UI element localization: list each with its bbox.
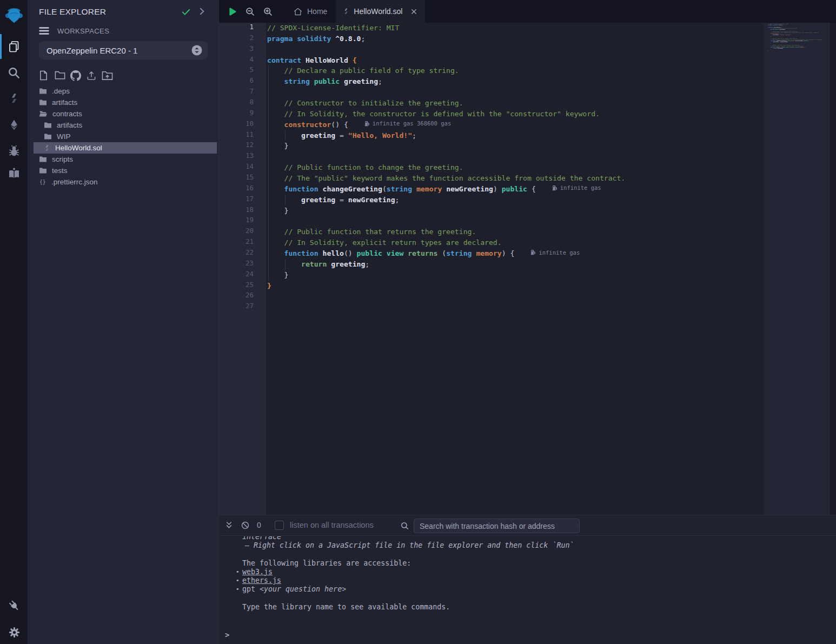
sidebar-item-solidity-compiler[interactable] bbox=[0, 91, 28, 106]
clear-console-icon[interactable] bbox=[241, 521, 250, 530]
line-number: 19 bbox=[219, 216, 266, 227]
line-number: 17 bbox=[219, 195, 266, 205]
line-number: 6 bbox=[219, 76, 266, 87]
tree-item-.prettierrc.json[interactable]: {}.prettierrc.json bbox=[28, 176, 218, 188]
tree-item-contracts[interactable]: contracts bbox=[28, 108, 218, 119]
minimap[interactable]: // SPDX-License-Identifier: MITpragma so… bbox=[764, 23, 829, 515]
code-line: // Public function that returns the gree… bbox=[266, 227, 761, 237]
tree-item-HelloWorld.sol[interactable]: HelloWorld.sol bbox=[28, 142, 218, 154]
tree-item-artifacts[interactable]: artifacts bbox=[28, 119, 218, 131]
line-number: 23 bbox=[219, 259, 266, 270]
workspaces-menu-icon[interactable] bbox=[39, 26, 49, 35]
folder-icon bbox=[39, 99, 47, 106]
workspace-select[interactable]: OpenZeppelin ERC20 - 1 bbox=[39, 41, 208, 59]
code-line: // Declare a public field of type string… bbox=[266, 65, 761, 76]
solidity-file-icon bbox=[44, 144, 50, 152]
file-tree: .depsartifactscontractsartifactsWIPHello… bbox=[28, 85, 218, 188]
terminal-line: •gpt <your question here> bbox=[242, 585, 836, 594]
scrollbar-track[interactable] bbox=[829, 23, 836, 515]
line-number: 10 bbox=[219, 119, 266, 130]
tree-item-WIP[interactable]: WIP bbox=[28, 131, 218, 142]
tree-item-scripts[interactable]: scripts bbox=[28, 154, 218, 165]
gas-estimate-badge: infinite gas bbox=[552, 184, 601, 191]
new-folder-icon[interactable] bbox=[55, 70, 65, 81]
folder-open-icon bbox=[39, 110, 48, 117]
sidebar-item-deploy-and-run[interactable] bbox=[0, 117, 28, 132]
folder-icon bbox=[39, 156, 47, 163]
line-number: 7 bbox=[219, 87, 266, 98]
sidebar-item-learn[interactable] bbox=[0, 166, 28, 181]
publish-to-gist-icon[interactable] bbox=[70, 70, 81, 81]
line-number: 8 bbox=[219, 98, 266, 109]
code-area[interactable]: // SPDX-License-Identifier: MITpragma so… bbox=[266, 23, 761, 515]
tree-item-artifacts[interactable]: artifacts bbox=[28, 97, 218, 108]
plugin-manager-icon[interactable] bbox=[0, 598, 28, 613]
terminal-line: •web3.js bbox=[242, 568, 836, 576]
tree-item-label: .prettierrc.json bbox=[51, 178, 98, 186]
code-line: // SPDX-License-Identifier: MIT bbox=[266, 23, 761, 34]
zoom-in-button[interactable] bbox=[259, 0, 277, 23]
terminal-line: The following libraries are accessible: bbox=[242, 559, 836, 568]
line-number: 14 bbox=[219, 162, 266, 173]
gas-estimate-badge: infinite gas 368600 gas bbox=[364, 120, 451, 127]
sidebar-item-search[interactable] bbox=[0, 65, 28, 81]
zoom-out-button[interactable] bbox=[241, 0, 259, 23]
tab-HelloWorld.sol[interactable]: HelloWorld.sol bbox=[336, 0, 425, 23]
code-line: // In Solidity, explicit return types ar… bbox=[266, 237, 761, 248]
fuel-icon bbox=[364, 121, 370, 127]
chevron-right-icon[interactable] bbox=[197, 6, 207, 16]
tree-item-label: artifacts bbox=[52, 98, 77, 107]
line-number: 26 bbox=[219, 291, 266, 302]
line-number: 9 bbox=[219, 109, 266, 119]
folder-icon bbox=[44, 122, 52, 129]
tree-item-label: tests bbox=[52, 167, 68, 175]
tab-Home[interactable]: Home bbox=[284, 0, 336, 23]
terminal-line bbox=[242, 594, 836, 602]
expand-terminal-icon[interactable] bbox=[224, 521, 234, 530]
code-line: } bbox=[266, 205, 761, 216]
terminal-search-input[interactable] bbox=[414, 519, 580, 533]
workspace-updown-icon[interactable] bbox=[191, 45, 202, 56]
terminal-link[interactable]: ethers.js bbox=[242, 576, 281, 585]
line-number: 16 bbox=[219, 184, 266, 195]
terminal-toolbar: 0 listen on all transactions bbox=[219, 515, 836, 536]
line-number: 18 bbox=[219, 205, 266, 216]
solidity-file-icon bbox=[343, 8, 349, 15]
editor-area: HomeHelloWorld.sol 123456789101112131415… bbox=[219, 0, 836, 515]
code-line bbox=[266, 302, 761, 313]
code-line: greeting = newGreeting; bbox=[266, 195, 761, 205]
tree-item-.deps[interactable]: .deps bbox=[28, 85, 218, 97]
code-line: } bbox=[266, 141, 761, 151]
terminal-line: •ethers.js bbox=[242, 576, 836, 585]
tree-item-label: contracts bbox=[52, 110, 82, 118]
terminal-link[interactable]: web3.js bbox=[242, 568, 273, 576]
sidebar-item-file-explorer[interactable] bbox=[0, 39, 28, 54]
tab-label: Home bbox=[307, 7, 327, 16]
upload-folder-icon[interactable] bbox=[102, 70, 112, 81]
code-line: } bbox=[266, 281, 761, 291]
line-number: 24 bbox=[219, 270, 266, 281]
json-icon: {} bbox=[39, 178, 47, 185]
line-number: 20 bbox=[219, 227, 266, 237]
sidebar-item-debugger[interactable] bbox=[0, 143, 28, 158]
file-explorer-panel: FILE EXPLORER WORKSPACES OpenZeppelin ER… bbox=[28, 0, 219, 644]
upload-file-icon[interactable] bbox=[86, 70, 96, 81]
new-file-icon[interactable] bbox=[39, 70, 49, 81]
editor-tab-bar: HomeHelloWorld.sol bbox=[219, 0, 836, 23]
editor-gutter: 1234567891011121314151617181920212223242… bbox=[219, 23, 266, 515]
close-tab-icon[interactable] bbox=[410, 8, 418, 16]
panel-title: FILE EXPLORER bbox=[39, 7, 106, 17]
accept-check-icon[interactable] bbox=[181, 6, 191, 17]
terminal-line: Type the library name to see available c… bbox=[242, 603, 836, 612]
settings-icon[interactable] bbox=[0, 625, 28, 640]
listen-transactions-checkbox[interactable] bbox=[275, 521, 284, 530]
tree-item-label: scripts bbox=[52, 155, 73, 163]
tree-item-tests[interactable]: tests bbox=[28, 165, 218, 176]
terminal-search-icon bbox=[400, 521, 409, 530]
remix-logo-icon[interactable] bbox=[0, 4, 28, 29]
terminal-panel: 0 listen on all transactions interface– … bbox=[219, 515, 836, 644]
workspaces-label: WORKSPACES bbox=[57, 27, 109, 35]
run-button[interactable] bbox=[223, 0, 241, 23]
terminal-output: interface– Right click on a JavaScript f… bbox=[219, 536, 836, 644]
terminal-prompt: > bbox=[225, 630, 229, 639]
